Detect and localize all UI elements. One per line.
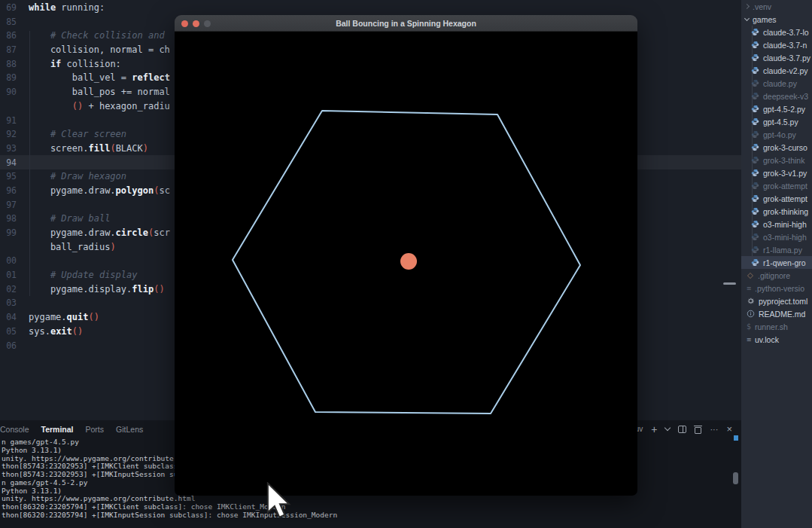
line-number: 00 bbox=[0, 254, 17, 268]
file-.python-versio[interactable]: ≡.python-versio bbox=[741, 282, 812, 295]
file-label: .venv bbox=[753, 2, 771, 11]
file-r1-qwen-gro[interactable]: r1-qwen-gro bbox=[741, 256, 812, 269]
file-label: README.md bbox=[759, 310, 805, 319]
folder-.venv[interactable]: .venv bbox=[741, 0, 812, 13]
pygame-window[interactable]: Ball Bouncing in a Spinning Hexagon bbox=[175, 15, 637, 496]
file-label: gpt-4.5-2.py bbox=[763, 105, 805, 114]
panel-tab-gitlens[interactable]: GitLens bbox=[116, 425, 143, 434]
file-label: grok-attempt bbox=[763, 194, 807, 203]
file-grok-3-think[interactable]: grok-3-think bbox=[741, 154, 812, 166]
file-label: pyproject.toml bbox=[759, 297, 807, 306]
line-number: 97 bbox=[0, 198, 17, 212]
file-gpt-4o.py[interactable]: gpt-4o.py bbox=[741, 128, 812, 141]
line-number: 69 bbox=[0, 1, 17, 15]
file-r1-llama.py[interactable]: r1-llama.py bbox=[741, 243, 812, 256]
line-number: 94 bbox=[0, 156, 17, 170]
line-number: 93 bbox=[0, 142, 17, 156]
python-file-icon bbox=[751, 233, 759, 241]
new-terminal-button[interactable]: + bbox=[651, 426, 657, 433]
python-file-icon bbox=[751, 182, 759, 190]
file-gpt-4.5-2.py[interactable]: gpt-4.5-2.py bbox=[741, 102, 812, 115]
file-.gitignore[interactable]: .gitignore bbox=[741, 269, 812, 282]
file-grok-attempt[interactable]: grok-attempt bbox=[741, 179, 812, 192]
file-label: runner.sh bbox=[755, 322, 788, 331]
python-file-icon bbox=[751, 207, 759, 215]
python-file-icon bbox=[751, 66, 759, 75]
file-grok-3-curso[interactable]: grok-3-curso bbox=[741, 141, 812, 154]
file-claude-3.7.py[interactable]: claude-3.7.py bbox=[741, 51, 812, 64]
file-label: grok-3-think bbox=[763, 156, 804, 165]
file-label: o3-mini-high bbox=[763, 220, 807, 229]
file-label: deepseek-v3 bbox=[763, 92, 808, 101]
line-number: 86 bbox=[0, 29, 17, 43]
file-uv.lock[interactable]: ≡uv.lock bbox=[741, 333, 812, 346]
python-file-icon bbox=[751, 143, 759, 151]
file-claude-3.7-lo[interactable]: claude-3.7-lo bbox=[741, 26, 812, 38]
hexagon-ball-graphic bbox=[175, 32, 637, 496]
file-grok-thinking[interactable]: grok-thinking bbox=[741, 205, 812, 218]
python-file-icon bbox=[751, 28, 759, 36]
line-number: 92 bbox=[0, 127, 17, 142]
file-gpt-4.5.py[interactable]: gpt-4.5.py bbox=[741, 115, 812, 128]
python-file-icon bbox=[751, 92, 759, 100]
line-number: 06 bbox=[0, 339, 17, 353]
kill-terminal-button[interactable] bbox=[695, 427, 701, 434]
chevron-down-icon bbox=[745, 18, 749, 20]
file-grok-attempt[interactable]: grok-attempt bbox=[741, 192, 812, 205]
file-explorer[interactable]: .venvgamesclaude-3.7-loclaude-3.7-nclaud… bbox=[741, 0, 812, 528]
terminal-indicator-dot bbox=[734, 435, 738, 441]
file-label: grok-thinking bbox=[763, 207, 808, 216]
terminal-scrollbar[interactable] bbox=[733, 472, 738, 484]
more-actions-button[interactable]: ··· bbox=[710, 425, 718, 434]
split-terminal-button[interactable] bbox=[678, 426, 686, 433]
file-pyproject.toml[interactable]: pyproject.toml bbox=[741, 295, 812, 307]
file-README.md[interactable]: README.md bbox=[741, 307, 812, 320]
file-label: uv.lock bbox=[755, 335, 779, 344]
panel-tab-console[interactable]: Console bbox=[0, 425, 29, 434]
python-file-icon bbox=[751, 169, 759, 177]
line-number: 04 bbox=[0, 310, 17, 325]
file-claude.py[interactable]: claude.py bbox=[741, 77, 812, 90]
line-number: 85 bbox=[0, 15, 17, 29]
minimize-button[interactable] bbox=[193, 20, 199, 27]
line-number: 87 bbox=[0, 43, 17, 57]
list-file-icon: ≡ bbox=[747, 284, 751, 292]
python-file-icon bbox=[751, 130, 759, 139]
line-number: 02 bbox=[0, 282, 17, 297]
file-grok-3-v1.py[interactable]: grok-3-v1.py bbox=[741, 166, 812, 179]
panel-tab-ports[interactable]: Ports bbox=[86, 425, 105, 434]
file-o3-mini-high[interactable]: o3-mini-high bbox=[741, 218, 812, 230]
zoom-button[interactable] bbox=[204, 20, 211, 27]
folder-games[interactable]: games bbox=[741, 13, 812, 26]
chevron-down-icon[interactable] bbox=[665, 425, 671, 431]
line-number: 89 bbox=[0, 71, 17, 85]
file-runner.sh[interactable]: $runner.sh bbox=[741, 320, 812, 333]
file-claude-3.7-n[interactable]: claude-3.7-n bbox=[741, 38, 812, 51]
window-title: Ball Bouncing in a Spinning Hexagon bbox=[175, 19, 637, 28]
close-panel-button[interactable]: × bbox=[726, 423, 732, 435]
code-line: 69while running: bbox=[0, 1, 741, 15]
line-number: 01 bbox=[0, 268, 17, 282]
file-o3-mini-high[interactable]: o3-mini-high bbox=[741, 230, 812, 243]
python-file-icon bbox=[751, 41, 759, 49]
pygame-canvas bbox=[175, 32, 637, 496]
python-file-icon bbox=[751, 79, 759, 87]
close-button[interactable] bbox=[181, 20, 188, 27]
file-label: grok-attempt bbox=[763, 182, 807, 191]
info-icon bbox=[747, 310, 755, 318]
file-claude-v2.py[interactable]: claude-v2.py bbox=[741, 64, 812, 77]
pygame-titlebar[interactable]: Ball Bouncing in a Spinning Hexagon bbox=[175, 15, 637, 32]
panel-tab-terminal[interactable]: Terminal bbox=[41, 425, 74, 434]
file-label: .python-versio bbox=[755, 284, 804, 293]
list-file-icon: ≡ bbox=[747, 335, 751, 343]
file-label: gpt-4o.py bbox=[763, 130, 796, 139]
bouncing-ball bbox=[400, 253, 417, 270]
line-number bbox=[0, 240, 17, 255]
file-deepseek-v3[interactable]: deepseek-v3 bbox=[741, 90, 812, 102]
python-file-icon bbox=[751, 246, 759, 254]
line-number: 91 bbox=[0, 114, 17, 128]
shell-file-icon: $ bbox=[747, 322, 751, 331]
line-number bbox=[0, 99, 17, 114]
python-file-icon bbox=[751, 105, 759, 113]
file-label: games bbox=[753, 15, 777, 24]
